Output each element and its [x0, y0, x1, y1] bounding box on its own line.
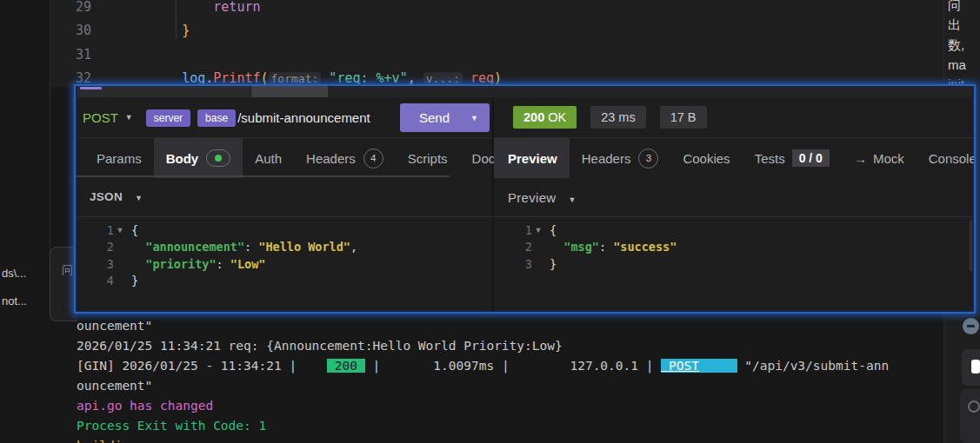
code-token [550, 240, 563, 254]
popup-text-fragment: 问 [62, 262, 73, 278]
avatar-icon [968, 400, 980, 413]
method-select[interactable]: POST [83, 110, 118, 125]
panel-tabstrip[interactable] [76, 86, 974, 97]
line-number: 3 [494, 256, 532, 273]
tab-label: Mock [873, 151, 904, 166]
line-number: 2 [494, 239, 532, 255]
code-token: ouncement" [77, 379, 152, 393]
panel-text-fragment: 数, [948, 37, 964, 54]
code-token: : [599, 240, 613, 254]
code-token: } [131, 274, 138, 288]
line-number: 4 [76, 273, 114, 289]
code-token: "Low" [230, 257, 266, 271]
terminal-line: building... [77, 436, 943, 443]
request-tab-auth[interactable]: Auth [243, 138, 294, 178]
tab-label: Body [166, 151, 199, 166]
tabs-row: ParamsBodyAuthHeaders4ScriptsDocs Previe… [76, 138, 974, 178]
code-token [135, 23, 182, 38]
code-token [699, 359, 737, 373]
status-code: 200 [523, 110, 544, 124]
sidebar-text-fragment: ds\... [2, 267, 26, 280]
response-tab-tests[interactable]: Tests0 / 0 [743, 138, 842, 178]
json-line: 2 "announcement": "Hello World", [76, 239, 492, 255]
fold-spacer [114, 239, 126, 255]
env-chip-base[interactable]: base [197, 109, 236, 127]
code-token: "priority" [145, 257, 216, 271]
request-tab-body[interactable]: Body [154, 138, 243, 178]
request-bar: POST ▼ serverbase /submit-announcement S… [76, 97, 974, 138]
fold-caret-icon[interactable]: ▼ [532, 222, 544, 239]
sidebar-text-fragment: not... [2, 294, 27, 307]
fold-spacer [114, 273, 126, 289]
body-type-select[interactable]: JSON▼ [90, 190, 143, 203]
fold-spacer [532, 256, 544, 273]
terminal-line: ouncement" [77, 376, 943, 396]
terminal-line: 2026/01/25 11:34:21 req: {Announcement:H… [77, 336, 943, 356]
code-token: : [244, 240, 258, 254]
url-input[interactable]: /submit-announcement [237, 110, 370, 125]
tab-label: Console [929, 151, 976, 166]
terminal-line: ouncement" [77, 316, 943, 336]
fold-spacer [114, 256, 126, 273]
code-token: , [350, 240, 357, 254]
tabstrip-segment[interactable] [251, 86, 328, 97]
code-editor[interactable]: 29 return30 }3132 log.Printf(format: "re… [50, 0, 943, 87]
request-tab-scripts[interactable]: Scripts [396, 138, 460, 178]
side-widget-card[interactable] [962, 349, 980, 386]
code-token: } [550, 257, 557, 271]
vscode-window: 29 return30 }3132 log.Printf(format: "re… [0, 0, 980, 443]
json-line: 1▼{ [76, 222, 492, 239]
code-token: "msg" [563, 240, 599, 254]
count-badge: 3 [638, 149, 658, 169]
send-label: Send [419, 110, 450, 125]
code-token: | 1.0097ms | 127.0.0.1 | [365, 359, 661, 373]
tabstrip-segment[interactable] [77, 86, 250, 97]
tab-label: Preview [508, 151, 557, 166]
request-body-editor[interactable]: 1▼{2 "announcement": "Hello World",3 "pr… [76, 217, 492, 312]
code-token: return [213, 0, 260, 15]
json-line: 2 "msg": "success" [494, 239, 974, 255]
code-token: { [131, 223, 138, 237]
send-dropdown-icon[interactable]: ▼ [470, 114, 478, 122]
request-tab-params[interactable]: Params [83, 138, 154, 178]
panel-text-fragment: 问 [948, 0, 961, 14]
fold-caret-icon[interactable]: ▼ [114, 222, 126, 239]
terminal-panel[interactable]: ouncement"2026/01/25 11:34:21 req: {Anno… [50, 314, 943, 443]
response-tab-cookies[interactable]: Cookies [670, 138, 742, 178]
response-tab-mock[interactable]: →Mock [842, 138, 917, 178]
code-token [135, 0, 213, 15]
response-tab-preview[interactable]: Preview [494, 138, 570, 178]
response-preview-editor[interactable]: 1▼{2 "msg": "success"3} [494, 217, 974, 312]
send-button[interactable]: Send ▼ [400, 103, 490, 132]
line-number: 1 [494, 222, 532, 239]
response-time-badge: 23 ms [590, 106, 646, 129]
code-line: 31 [50, 43, 943, 67]
editor-toolbar: JSON▼ Preview▼ [76, 179, 974, 217]
response-view-select[interactable]: Preview▼ [508, 190, 577, 205]
scrollbar[interactable] [970, 221, 972, 271]
line-number: 29 [50, 0, 98, 19]
tab-label: Tests [755, 151, 785, 166]
left-sidebar[interactable]: ds\...not... [0, 0, 50, 443]
response-tab-console[interactable]: Console [917, 138, 976, 178]
count-badge: 4 [363, 149, 383, 169]
code-token: building... [77, 439, 160, 443]
code-token: "announcement" [145, 240, 244, 254]
json-line: 1▼{ [494, 222, 974, 239]
code-token: POST [661, 359, 699, 373]
env-chip-server[interactable]: server [146, 109, 190, 127]
response-tab-headers[interactable]: Headers3 [570, 138, 671, 178]
code-token: "success" [613, 240, 677, 254]
panel-text-fragment: ma [948, 57, 966, 72]
arrow-right-icon: → [854, 151, 867, 166]
code-line: 29 return [50, 0, 943, 19]
terminal-line: api.go has changed [77, 396, 943, 416]
collapse-minus-button[interactable] [963, 318, 979, 334]
request-tab-headers[interactable]: Headers4 [294, 138, 396, 178]
horizontal-scrollbar[interactable] [76, 175, 450, 177]
chevron-down-icon[interactable]: ▼ [125, 113, 133, 122]
side-widget-card[interactable] [960, 389, 980, 443]
line-number: 2 [76, 239, 114, 255]
fold-spacer [532, 239, 544, 255]
tab-label: Headers [582, 151, 631, 166]
